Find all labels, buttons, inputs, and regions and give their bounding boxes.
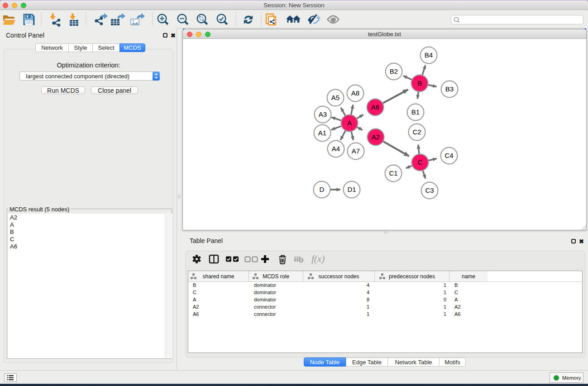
svg-text:A7: A7 [352,147,360,155]
svg-text:B4: B4 [425,51,433,59]
svg-text:A1: A1 [318,129,326,137]
svg-text:B1: B1 [411,108,420,116]
svg-text:A: A [347,119,352,127]
svg-text:B3: B3 [445,85,454,93]
svg-text:A4: A4 [332,145,340,152]
svg-text:A5: A5 [331,94,339,101]
svg-text:D: D [320,186,325,193]
svg-text:f(x): f(x) [311,253,325,264]
svg-text:D1: D1 [347,186,356,193]
svg-text:C2: C2 [412,128,421,136]
svg-text:C1: C1 [389,169,397,177]
svg-text:C4: C4 [445,152,453,159]
svg-text:B2: B2 [390,67,398,75]
svg-text:A6: A6 [371,103,379,111]
svg-text:C3: C3 [425,186,434,194]
svg-text:C: C [418,158,423,166]
svg-text:A8: A8 [351,89,359,97]
svg-text:B: B [417,79,422,87]
svg-text:A3: A3 [319,110,327,118]
svg-text:A2: A2 [372,133,380,141]
